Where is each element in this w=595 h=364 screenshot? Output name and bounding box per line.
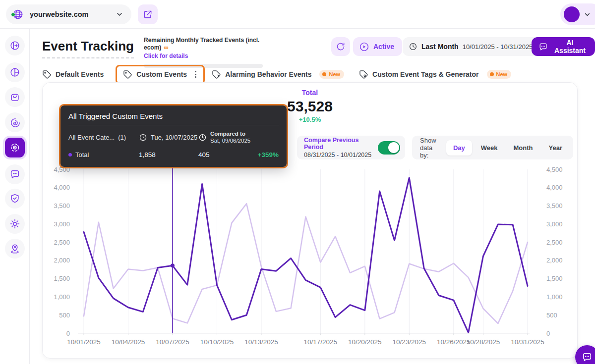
infinity-badge: ∞ [164, 44, 168, 51]
tab-custom-event-tags-generator[interactable]: Custom Event Tags & Generator New [359, 70, 511, 79]
clock-icon [198, 133, 207, 142]
svg-text:2,500: 2,500 [54, 239, 70, 246]
play-circle-icon [359, 42, 369, 52]
website-selector[interactable]: yourwebsite.com [6, 4, 131, 24]
tab-options-menu[interactable] [194, 70, 197, 79]
shopping-bag-icon [9, 92, 20, 103]
current-date: Tue, 10/07/2025 [151, 134, 197, 141]
remaining-events-block: Remaining Monthly Tracked Events (incl. … [144, 37, 268, 68]
sidebar-item-settings[interactable] [5, 214, 25, 234]
compare-range: 08/31/2025 - 10/01/2025 [304, 152, 378, 158]
tooltip-value-row: Total 1,858 405 +359% [68, 151, 279, 158]
svg-text:2,000: 2,000 [546, 257, 563, 264]
svg-text:10/13/2025: 10/13/2025 [244, 338, 278, 346]
tooltip-current-date: Tue, 10/07/2025 [139, 133, 198, 142]
tab-alarming-behavior-events[interactable]: Alarming Behavior Events New [212, 70, 344, 79]
tab-default-events[interactable]: Default Events [42, 70, 104, 79]
sidebar-item-security[interactable] [5, 189, 25, 208]
globe-icon [12, 8, 24, 20]
events-chart[interactable]: 005005001,0001,0001,5001,5002,0002,0002,… [43, 166, 578, 352]
tag-icon [123, 70, 132, 79]
svg-text:4,000: 4,000 [546, 184, 563, 191]
svg-text:1,000: 1,000 [54, 293, 70, 301]
series-label-cell: Total [68, 151, 139, 158]
sidebar-item-location[interactable] [5, 239, 25, 259]
category-name: All Event Cate... [68, 134, 115, 141]
sidebar-item-collapse[interactable] [5, 36, 25, 55]
sidebar-item-feedback[interactable] [5, 164, 25, 184]
svg-text:10/23/2025: 10/23/2025 [393, 338, 426, 346]
svg-text:10/17/2025: 10/17/2025 [304, 338, 338, 346]
chart-tooltip: All Triggered Custom Events All Event Ca… [60, 105, 287, 167]
event-tracking-active-bg [5, 138, 25, 157]
toggle-knob [388, 142, 399, 153]
show-data-by: Show data by: Day Week Month Year [412, 136, 573, 159]
svg-text:3,000: 3,000 [54, 220, 70, 228]
sidebar-item-event-tracking[interactable] [3, 136, 27, 159]
svg-text:3,000: 3,000 [546, 220, 563, 228]
compared-date: Sat, 09/06/2025 [210, 138, 250, 144]
refresh-icon [336, 42, 346, 52]
svg-text:1,000: 1,000 [546, 293, 563, 301]
tooltip-annotation-highlight: All Triggered Custom Events All Event Ca… [59, 104, 288, 168]
sidebar-item-session-replay[interactable] [5, 112, 25, 132]
chat-icon [582, 352, 593, 363]
external-link-icon [143, 9, 153, 19]
svg-text:1,500: 1,500 [54, 275, 70, 282]
sidebar-item-ecommerce[interactable] [5, 87, 25, 107]
tag-alert-icon [212, 70, 221, 79]
tab-label: Custom Events [136, 70, 187, 78]
date-range-selector[interactable]: Last Month 10/01/2025 - 10/31/2025 [403, 37, 549, 56]
online-status-dot [11, 12, 15, 17]
clock-icon [409, 42, 417, 51]
svg-text:2,000: 2,000 [54, 257, 70, 264]
user-menu[interactable] [560, 3, 595, 25]
session-replay-icon [9, 117, 20, 128]
tooltip-category: All Event Cate... (1) [68, 134, 139, 141]
option-year[interactable]: Year [542, 140, 569, 156]
top-bar: yourwebsite.com [0, 0, 595, 29]
svg-text:3,500: 3,500 [546, 202, 563, 209]
option-month[interactable]: Month [507, 140, 540, 156]
period-range: 10/01/2025 - 10/31/2025 [463, 43, 533, 51]
refresh-button[interactable] [331, 37, 350, 56]
details-link[interactable]: Click for details [144, 52, 188, 59]
compare-toggle[interactable] [378, 141, 400, 155]
chevron-down-icon [116, 10, 123, 18]
option-week[interactable]: Week [474, 140, 505, 156]
new-badge-label: New [496, 71, 508, 77]
tab-custom-events[interactable]: Custom Events [123, 70, 187, 79]
pie-chart-icon [9, 67, 20, 78]
svg-text:4,500: 4,500 [546, 166, 563, 173]
open-website-button[interactable] [138, 4, 158, 24]
ai-assistant-label: AI Assistant [552, 39, 588, 54]
tab-label: Alarming Behavior Events [225, 70, 311, 78]
chart-card: Total 53,528 +10.5% All Triggered Custom… [42, 82, 578, 359]
svg-text:10/07/2025: 10/07/2025 [156, 338, 189, 346]
svg-text:0: 0 [66, 330, 70, 337]
remaining-events-text: Remaining Monthly Tracked Events (incl. … [144, 37, 259, 51]
event-target-icon [9, 142, 20, 153]
change-percent: +359% [256, 151, 279, 158]
svg-text:10/01/2025: 10/01/2025 [67, 338, 101, 346]
svg-text:3,500: 3,500 [54, 202, 70, 209]
sidebar [0, 29, 30, 364]
sidebar-item-analytics[interactable] [5, 62, 25, 82]
collapse-sidebar-icon [9, 40, 20, 51]
event-tabs: Default Events Custom Events Alarming Be… [42, 64, 511, 84]
svg-text:10/31/2025: 10/31/2025 [511, 338, 544, 346]
series-label: Total [75, 151, 89, 158]
tag-generator-icon [359, 70, 368, 79]
current-value: 1,858 [139, 151, 198, 158]
ai-assistant-button[interactable]: AI Assistant [532, 37, 595, 56]
svg-text:500: 500 [546, 312, 557, 319]
active-status-button[interactable]: Active [353, 37, 402, 56]
tag-icon [42, 70, 52, 79]
location-pin-icon [9, 243, 20, 254]
remaining-events-label: Remaining Monthly Tracked Events (incl. … [144, 37, 268, 51]
page-title: Event Tracking [42, 39, 134, 58]
svg-text:0: 0 [546, 330, 550, 337]
option-day[interactable]: Day [446, 140, 472, 156]
previous-value: 405 [198, 151, 256, 158]
orange-dot [322, 72, 326, 76]
